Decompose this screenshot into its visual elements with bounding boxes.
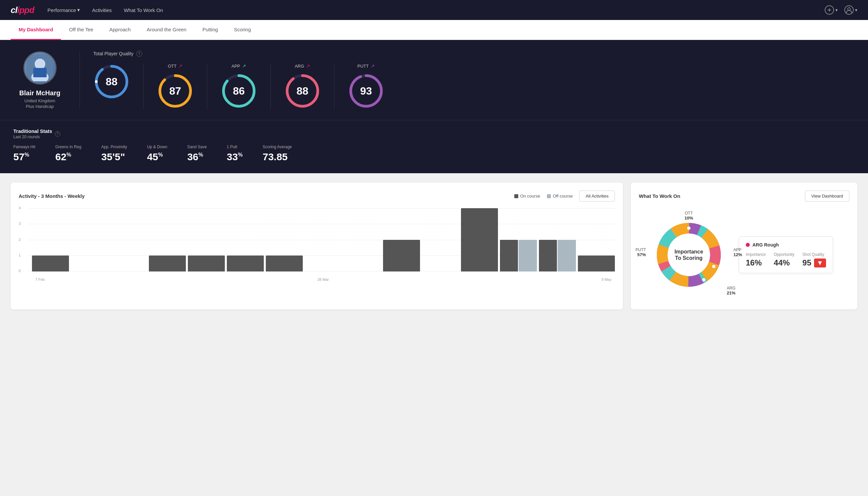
stat-one-putt: 1 Putt 33% <box>227 144 243 162</box>
bar-group <box>32 255 69 272</box>
player-name: Blair McHarg <box>19 89 60 97</box>
nav-what-to-work-on[interactable]: What To Work On <box>124 7 163 13</box>
stat-scoring-average: Scoring Average 73.85 <box>263 144 292 162</box>
hero-section: Blair McHarg United Kingdom Plus Handica… <box>0 40 868 120</box>
stats-subtitle: Last 20 rounds <box>13 135 52 139</box>
arg-card-title: ARG Rough <box>746 242 826 248</box>
chart-legend: On course Off course <box>514 193 573 199</box>
circle-arg: 88 <box>284 73 321 109</box>
arg-info-card: ARG Rough Importance 16% Opportunity 44%… <box>739 236 833 273</box>
bar-group <box>227 255 264 272</box>
bar-on-course <box>578 255 615 272</box>
tab-approach[interactable]: Approach <box>101 20 139 40</box>
donut-area: Importance To Scoring OTT 10% APP 12% AR… <box>639 208 739 301</box>
score-app-label: APP ↗ <box>232 63 246 68</box>
main-content: Activity - 3 Months - Weekly On course O… <box>0 173 868 319</box>
x-label-mar: 28 Mar <box>317 278 329 281</box>
legend-dot-on-course <box>514 194 518 198</box>
bar-on-course <box>266 255 303 272</box>
top-navigation: clippd Performance ▾ Activities What To … <box>0 0 868 20</box>
quality-section: Total Player Quality ? 88 OTT <box>80 51 855 109</box>
player-country: United Kingdom <box>24 98 55 103</box>
bar-on-course-empty <box>71 271 108 272</box>
bar-group <box>71 271 108 272</box>
bar-on-course <box>188 255 225 272</box>
stats-section: Traditional Stats Last 20 rounds ? Fairw… <box>0 120 868 173</box>
all-activities-button[interactable]: All Activities <box>579 190 615 202</box>
help-icon[interactable]: ? <box>136 51 142 57</box>
legend-off-course: Off course <box>547 193 573 199</box>
stats-help-icon[interactable]: ? <box>55 131 60 137</box>
bar-group <box>266 255 303 272</box>
bar-on-course <box>383 240 420 272</box>
x-labels: 7 Feb 28 Mar 9 May <box>32 278 615 281</box>
stat-fairways-hit: Fairways Hit 57% <box>13 144 35 162</box>
svg-point-14 <box>159 90 161 92</box>
stat-up-and-down: Up & Down 45% <box>147 144 167 162</box>
bar-on-course <box>227 255 264 272</box>
bar-group <box>149 255 186 272</box>
arg-dot-icon <box>746 243 750 247</box>
circle-app: 86 <box>221 73 257 109</box>
x-label-feb: 7 Feb <box>35 278 45 281</box>
nav-activities[interactable]: Activities <box>92 7 112 13</box>
score-putt-label: PUTT ↗ <box>358 63 375 68</box>
stat-app-proximity: App. Proximity 35'5" <box>101 144 127 162</box>
arg-metrics: Importance 16% Opportunity 44% Shot Qual… <box>746 252 826 267</box>
trend-icon: ↗ <box>242 63 246 68</box>
tab-around-the-green[interactable]: Around the Green <box>139 20 194 40</box>
workon-title: What To Work On <box>639 193 680 199</box>
svg-point-3 <box>845 6 853 14</box>
bar-on-course-empty <box>305 271 342 272</box>
svg-point-30 <box>702 278 706 281</box>
x-label-may: 9 May <box>601 278 612 281</box>
bar-group <box>578 255 615 272</box>
stats-header: Traditional Stats Last 20 rounds ? <box>13 128 855 139</box>
svg-point-20 <box>286 90 288 92</box>
chevron-down-icon: ▾ <box>855 7 857 13</box>
nav-right-actions: ▾ ▾ <box>825 5 857 15</box>
app-logo[interactable]: clippd <box>11 5 34 15</box>
tab-putting[interactable]: Putting <box>194 20 226 40</box>
tab-my-dashboard[interactable]: My Dashboard <box>11 20 61 40</box>
circle-putt: 93 <box>348 73 384 109</box>
score-putt-value: 93 <box>360 85 372 97</box>
user-menu-button[interactable]: ▾ <box>845 5 857 15</box>
nav-performance[interactable]: Performance ▾ <box>48 7 80 13</box>
svg-point-4 <box>848 7 850 10</box>
player-handicap: Plus Handicap <box>26 104 54 109</box>
add-button[interactable]: ▾ <box>825 5 838 15</box>
bar-group <box>188 255 225 272</box>
quality-title: Total Player Quality ? <box>93 51 855 57</box>
workon-body: Importance To Scoring OTT 10% APP 12% AR… <box>639 208 849 301</box>
score-app: APP ↗ 86 <box>207 63 271 109</box>
chevron-down-icon: ▾ <box>835 7 838 13</box>
svg-point-29 <box>712 265 715 268</box>
arg-metric-importance: Importance 16% <box>746 252 766 267</box>
trend-icon: ↗ <box>306 63 310 68</box>
svg-point-17 <box>222 90 225 92</box>
svg-rect-8 <box>33 68 47 77</box>
donut-label-app: APP 12% <box>733 248 742 257</box>
score-ott-label: OTT ↗ <box>168 63 183 68</box>
bar-on-course <box>461 208 498 272</box>
bar-on-course <box>32 255 69 272</box>
score-arg: ARG ↗ 88 <box>271 63 334 109</box>
arg-metric-shot-quality: Shot Quality 95 ▼ <box>802 252 826 267</box>
bars-container <box>32 208 615 272</box>
bar-group <box>461 208 498 272</box>
stats-row: Fairways Hit 57% Greens In Reg 62% App. … <box>13 144 855 162</box>
svg-point-11 <box>95 80 98 83</box>
svg-point-6 <box>35 59 45 69</box>
score-ott-value: 87 <box>169 85 181 97</box>
bar-group <box>305 271 342 272</box>
score-ott: OTT ↗ 87 <box>144 63 207 109</box>
tab-scoring[interactable]: Scoring <box>226 20 259 40</box>
bar-on-course-empty <box>110 271 147 272</box>
tab-off-the-tee[interactable]: Off the Tee <box>61 20 101 40</box>
bar-group <box>422 271 459 272</box>
donut-label-arg: ARG 21% <box>727 286 736 295</box>
arg-metric-opportunity: Opportunity 44% <box>774 252 794 267</box>
view-dashboard-button[interactable]: View Dashboard <box>805 190 849 202</box>
scores-row: 88 OTT ↗ 87 <box>93 63 855 109</box>
